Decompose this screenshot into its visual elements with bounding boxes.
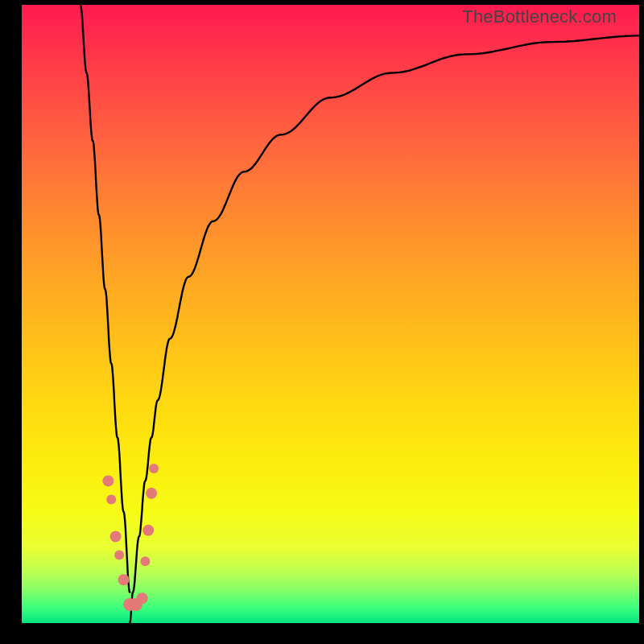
watermark-label: TheBottleneck.com bbox=[462, 6, 617, 27]
plot-area bbox=[22, 5, 639, 623]
data-marker bbox=[110, 531, 122, 543]
curve-right-branch bbox=[130, 35, 639, 623]
bottleneck-curve-svg bbox=[22, 5, 639, 623]
data-marker bbox=[137, 592, 148, 604]
data-marker bbox=[106, 494, 116, 504]
chart-frame: TheBottleneck.com bbox=[0, 0, 644, 644]
data-marker bbox=[102, 475, 114, 486]
data-marker bbox=[142, 525, 154, 536]
curve-left-branch bbox=[80, 5, 130, 592]
data-marker bbox=[114, 551, 124, 560]
data-marker bbox=[149, 464, 159, 473]
data-marker bbox=[146, 488, 157, 499]
data-marker bbox=[140, 556, 150, 566]
data-marker bbox=[118, 574, 130, 585]
